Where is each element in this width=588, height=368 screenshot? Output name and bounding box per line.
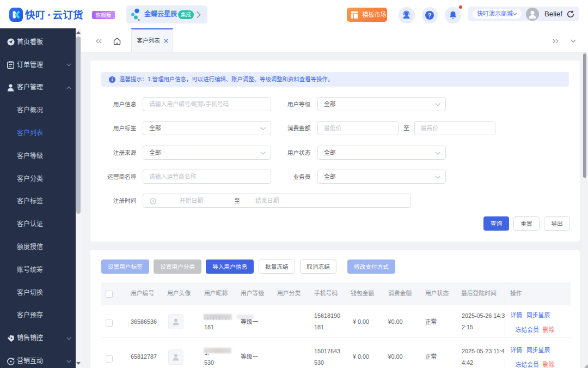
- svg-text:?: ?: [428, 12, 432, 19]
